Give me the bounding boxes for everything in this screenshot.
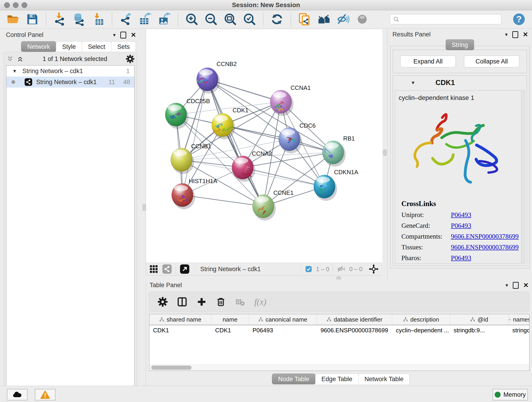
panel-menu-icon[interactable]: ▾ <box>505 32 507 38</box>
collapse-all-networks-icon[interactable] <box>16 55 24 63</box>
zoom-in-icon[interactable] <box>185 13 198 26</box>
zoom-fit-icon[interactable] <box>224 13 237 26</box>
crosslink-link[interactable]: P06493 <box>451 222 471 230</box>
network-node-CDC25B[interactable] <box>165 103 189 129</box>
tab-style[interactable]: Style <box>56 41 82 52</box>
results-scrollbar[interactable] <box>521 90 525 264</box>
column-header-shared-name[interactable]: shared name <box>149 314 211 325</box>
crosslink-link[interactable]: 9606.ENSP00000378699 <box>451 233 519 240</box>
delete-icon[interactable] <box>216 297 226 307</box>
network-node-CCNA1[interactable] <box>270 90 293 116</box>
clone-network-icon[interactable] <box>298 13 311 26</box>
export-table-icon[interactable] <box>138 13 152 26</box>
panel-float-icon[interactable] <box>513 282 519 289</box>
add-column-icon[interactable] <box>196 297 207 307</box>
section-expander-icon[interactable]: ▼ <box>411 80 415 85</box>
network-node-HIST1H1A[interactable] <box>172 183 195 209</box>
table-cell[interactable]: CDK1 <box>149 327 211 334</box>
table-cell[interactable]: stringdb:9... <box>450 327 509 334</box>
grid-view-icon[interactable] <box>149 264 158 274</box>
node-table[interactable]: shared namenamecanonical namedatabase id… <box>149 314 530 371</box>
show-hide-panel-icon[interactable] <box>336 13 350 26</box>
expand-all-networks-icon[interactable] <box>6 55 14 63</box>
tab-string[interactable]: String <box>446 39 474 50</box>
import-table-icon[interactable] <box>92 13 105 26</box>
network-edge[interactable] <box>207 79 263 206</box>
network-node-CCNE1[interactable] <box>253 195 276 220</box>
panel-float-icon[interactable] <box>120 32 126 38</box>
gear-icon[interactable] <box>158 297 168 307</box>
network-row[interactable]: String Network – cdk1 11 48 <box>6 77 134 88</box>
external-link-icon[interactable] <box>180 264 190 274</box>
memory-button[interactable]: Memory <box>493 389 528 400</box>
zoom-out-icon[interactable] <box>204 13 218 26</box>
cloud-button[interactable] <box>7 389 27 400</box>
tab-edge-table[interactable]: Edge Table <box>315 374 359 384</box>
inactive-eye-icon[interactable] <box>355 13 369 26</box>
table-cell[interactable]: CDK1 <box>211 327 249 334</box>
tab-node-table[interactable]: Node Table <box>272 374 316 384</box>
tab-network[interactable]: Network <box>21 41 56 52</box>
first-neighbors-icon[interactable] <box>317 13 330 26</box>
warning-button[interactable] <box>35 389 56 400</box>
panel-close-icon[interactable]: ✕ <box>131 31 136 39</box>
network-node-CDK1[interactable] <box>212 114 235 139</box>
export-network-icon[interactable] <box>119 13 133 26</box>
crosslink-link[interactable]: P06493 <box>451 211 471 219</box>
tab-sets[interactable]: Sets <box>111 41 136 52</box>
table-row[interactable]: CDK1CDK1P064939606.ENSP00000378699cyclin… <box>149 325 529 336</box>
network-node-CDKN1A[interactable] <box>314 175 337 201</box>
crosshair-icon[interactable] <box>368 264 379 274</box>
crosslink-link[interactable]: P06493 <box>451 254 471 262</box>
table-cell[interactable]: stringdb <box>509 327 530 334</box>
columns-icon[interactable] <box>177 297 187 307</box>
column-header-namespac[interactable]: namespac <box>509 314 530 325</box>
window-zoom-button[interactable] <box>22 2 27 8</box>
zoom-selected-icon[interactable] <box>243 13 256 26</box>
tree-expander-icon[interactable]: ▼ <box>12 69 17 74</box>
column-header-description[interactable]: description <box>392 314 450 325</box>
panel-float-icon[interactable] <box>512 31 518 38</box>
import-network-from-database-icon[interactable] <box>72 13 86 26</box>
import-network-icon[interactable] <box>53 13 66 26</box>
network-node-CDC6[interactable] <box>279 128 302 153</box>
column-header-name[interactable]: name <box>211 314 249 325</box>
export-image-icon[interactable] <box>158 13 171 26</box>
tab-select[interactable]: Select <box>82 41 111 52</box>
expand-all-button[interactable]: Expand All <box>400 56 456 67</box>
network-node-CCNA2[interactable] <box>232 156 255 182</box>
gear-icon[interactable] <box>126 55 134 63</box>
column-header-canonical-name[interactable]: canonical name <box>249 314 317 325</box>
network-edge[interactable] <box>222 125 333 153</box>
tab-network-table[interactable]: Network Table <box>358 374 410 384</box>
window-minimize-button[interactable] <box>13 2 19 8</box>
network-node-CCNB2[interactable] <box>196 68 220 94</box>
network-node-RB1[interactable] <box>322 141 346 167</box>
table-hscrollbar[interactable] <box>149 364 529 370</box>
table-cell[interactable]: P06493 <box>249 327 317 334</box>
network-graph[interactable]: CCNB2CCNA1CDC25BCDK1CDC6RB1CCNB1CCNA2CDK… <box>146 29 382 263</box>
panel-menu-icon[interactable]: ▾ <box>505 282 508 288</box>
right-splitter-handle[interactable] <box>383 149 387 156</box>
checkbox-icon[interactable] <box>305 265 312 273</box>
network-canvas[interactable]: CCNB2CCNA1CDC25BCDK1CDC6RB1CCNB1CCNA2CDK… <box>146 29 382 263</box>
panel-menu-icon[interactable]: ▾ <box>113 32 115 38</box>
column-header-@id[interactable]: @id <box>450 314 509 325</box>
network-collection-row[interactable]: ▼ String Network – cdk1 1 <box>6 65 134 77</box>
column-header-database-identifier[interactable]: database identifier <box>317 314 392 325</box>
search-input[interactable] <box>402 16 498 23</box>
open-session-icon[interactable] <box>6 13 20 26</box>
window-close-button[interactable] <box>4 2 10 8</box>
panel-close-icon[interactable]: ✕ <box>523 31 528 38</box>
help-icon[interactable]: ? <box>512 13 526 26</box>
collapse-all-button[interactable]: Collapse All <box>464 56 519 67</box>
save-session-icon[interactable] <box>26 13 39 26</box>
search-box[interactable] <box>390 14 501 24</box>
panel-close-icon[interactable]: ✕ <box>523 281 529 289</box>
crosslink-link[interactable]: 9606.ENSP00000378699 <box>451 243 519 251</box>
refresh-icon[interactable] <box>270 13 284 26</box>
scrollbar-thumb[interactable] <box>151 366 191 370</box>
table-cell[interactable]: cyclin–dependent ... <box>392 327 450 334</box>
share-view-icon[interactable] <box>162 264 172 274</box>
left-splitter-handle[interactable] <box>143 204 146 211</box>
